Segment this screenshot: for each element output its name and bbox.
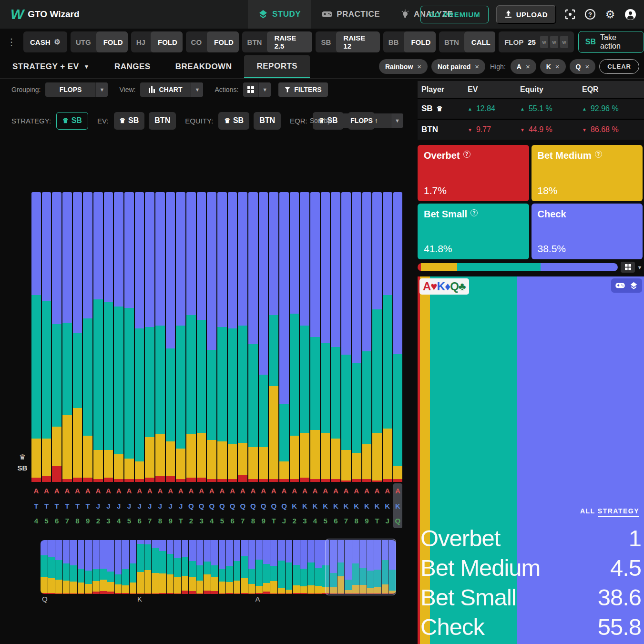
kebab-menu-icon[interactable]: ⋮ <box>3 36 20 48</box>
flop-label-AK5[interactable]: AK5 <box>321 483 330 528</box>
flop-bar-AJ3[interactable] <box>104 192 113 482</box>
flop-bar-AQ5[interactable] <box>217 192 227 482</box>
tab-practice[interactable]: PRACTICE <box>311 0 390 29</box>
flop-bar-AJ2[interactable] <box>93 192 103 482</box>
flop-label-AT4[interactable]: AT4 <box>31 483 41 528</box>
mini-bar[interactable] <box>248 540 256 594</box>
mini-bar[interactable] <box>307 540 315 594</box>
flop-label-AQJ[interactable]: AQJ <box>279 483 289 528</box>
flop-label-AQ8[interactable]: AQ8 <box>248 483 258 528</box>
actions-dropdown[interactable]: ▼ <box>243 82 271 97</box>
high-chip-k[interactable]: K× <box>540 59 566 74</box>
action-chip-btn-3[interactable]: BTNRAISE 2.5 <box>242 31 313 52</box>
flop-bar-AK6[interactable] <box>331 192 340 482</box>
action-chip-hj-1[interactable]: HJFOLD <box>131 31 183 52</box>
flop-bar-AJ9[interactable] <box>166 192 175 482</box>
mini-bar[interactable] <box>189 540 196 594</box>
flop-bar-AQ2[interactable] <box>186 192 196 482</box>
flop-bar-AK5[interactable] <box>321 192 330 482</box>
mini-bar[interactable] <box>234 540 241 594</box>
flop-bar-AQ4[interactable] <box>207 192 216 482</box>
help-icon[interactable]: ? <box>584 8 596 20</box>
ev-sb-toggle[interactable]: ♛ SB <box>114 112 145 130</box>
upload-button[interactable]: UPLOAD <box>496 5 556 24</box>
flop-bar-AK4[interactable] <box>310 192 320 482</box>
flop-bar-AKT[interactable] <box>372 192 382 482</box>
action-box-check[interactable]: Check38.5% <box>532 204 643 260</box>
flop-label-AT9[interactable]: AT9 <box>83 483 92 528</box>
filter-chip-not-paired[interactable]: Not paired× <box>431 59 485 74</box>
table-row-btn[interactable]: BTN ▼9.77 ▼44.9 % ▼86.68 % <box>418 119 644 140</box>
mini-bar[interactable] <box>130 540 137 594</box>
mini-chart-selection-window[interactable] <box>325 539 396 595</box>
filters-button[interactable]: FILTERS <box>278 82 327 97</box>
game-settings-gear-icon[interactable]: ⚙ <box>54 38 61 46</box>
mini-bar[interactable] <box>63 540 70 594</box>
mini-bar[interactable] <box>115 540 122 594</box>
flop-bar-AK9[interactable] <box>362 192 372 482</box>
flop-label-AJ4[interactable]: AJ4 <box>114 483 123 528</box>
flop-bar-AJ7[interactable] <box>145 192 154 482</box>
mini-bar[interactable] <box>293 540 300 594</box>
flop-bar-AT8[interactable] <box>73 192 82 482</box>
flop-label-AKT[interactable]: AKT <box>372 483 382 528</box>
flop-bar-AK2[interactable] <box>290 192 299 482</box>
remove-icon[interactable]: × <box>417 62 421 71</box>
flop-bar-AQ9[interactable] <box>259 192 268 482</box>
flop-bar-AKJ[interactable] <box>383 192 392 482</box>
flop-label-AT5[interactable]: AT5 <box>42 483 51 528</box>
flop-label-AK9[interactable]: AK9 <box>362 483 372 528</box>
mini-bar[interactable] <box>278 540 285 594</box>
flop-label-AQ5[interactable]: AQ5 <box>217 483 227 528</box>
high-chip-a[interactable]: A× <box>511 59 536 74</box>
mini-bar[interactable] <box>270 540 277 594</box>
flop-label-AKQ[interactable]: AKQ <box>393 483 403 528</box>
grouping-dropdown[interactable]: FLOPS ▼ <box>45 82 108 97</box>
action-chip-sb-4[interactable]: SBRAISE 12 <box>316 31 379 52</box>
flop-label-AJT[interactable]: AJT <box>176 483 185 528</box>
view-dropdown[interactable]: CHART ▼ <box>140 82 203 97</box>
remove-icon[interactable]: × <box>526 62 530 71</box>
flop-label-AJ7[interactable]: AJ7 <box>145 483 154 528</box>
flop-label-AJ2[interactable]: AJ2 <box>93 483 103 528</box>
flop-label-AK8[interactable]: AK8 <box>352 483 361 528</box>
game-type-chip[interactable]: CASH ⚙ <box>23 31 67 52</box>
mini-bar[interactable] <box>78 540 85 594</box>
sort-dropdown[interactable]: FLOPS ↑ ▼ <box>337 113 403 128</box>
grid-view-button[interactable] <box>621 262 635 273</box>
flop-label-AQ6[interactable]: AQ6 <box>228 483 237 528</box>
table-row-sb[interactable]: SB ♛ ▲12.84 ▲55.1 % ▲92.96 % <box>418 98 644 119</box>
tab-ranges[interactable]: RANGES <box>102 55 163 78</box>
help-circle-icon[interactable]: ? <box>470 209 478 216</box>
go-premium-button[interactable]: GO PREMIUM <box>420 6 488 23</box>
action-box-bet-small[interactable]: Bet Small?41.8% <box>418 204 529 260</box>
flop-label-AQT[interactable]: AQT <box>269 483 278 528</box>
mini-bar[interactable] <box>315 540 322 594</box>
mini-bar[interactable] <box>219 540 226 594</box>
mini-bar[interactable] <box>137 540 144 594</box>
mini-bar[interactable] <box>55 540 62 594</box>
settings-gear-icon[interactable]: ⚙ <box>604 8 616 20</box>
mini-bar[interactable] <box>144 540 152 594</box>
flop-label-AQ7[interactable]: AQ7 <box>238 483 247 528</box>
tab-strategy-ev[interactable]: STRATEGY + EV ▼ <box>0 55 102 78</box>
help-circle-icon[interactable]: ? <box>595 151 602 158</box>
mini-bar[interactable] <box>196 540 204 594</box>
flop-bar-AQ8[interactable] <box>248 192 258 482</box>
flop-bar-AJ6[interactable] <box>135 192 144 482</box>
street-chip[interactable]: FLOP 25 www <box>499 31 574 52</box>
mini-bar[interactable] <box>100 540 107 594</box>
equity-btn-toggle[interactable]: BTN <box>254 112 281 130</box>
mini-bar[interactable] <box>300 540 307 594</box>
flop-bar-AT4[interactable] <box>31 192 41 482</box>
mini-bar[interactable] <box>122 540 129 594</box>
mini-bar[interactable] <box>85 540 92 594</box>
flop-label-AK4[interactable]: AK4 <box>310 483 320 528</box>
flop-label-AK6[interactable]: AK6 <box>331 483 340 528</box>
selected-flop-detail-panel[interactable]: A♥K♦Q♣ ALL STRATEGY Overbet1Bet Medium4.… <box>418 276 644 644</box>
flop-label-AT6[interactable]: AT6 <box>52 483 61 528</box>
flop-label-AQ9[interactable]: AQ9 <box>259 483 268 528</box>
flop-bar-AT6[interactable] <box>52 192 61 482</box>
flop-bar-AQT[interactable] <box>269 192 278 482</box>
flop-label-AT7[interactable]: AT7 <box>62 483 72 528</box>
